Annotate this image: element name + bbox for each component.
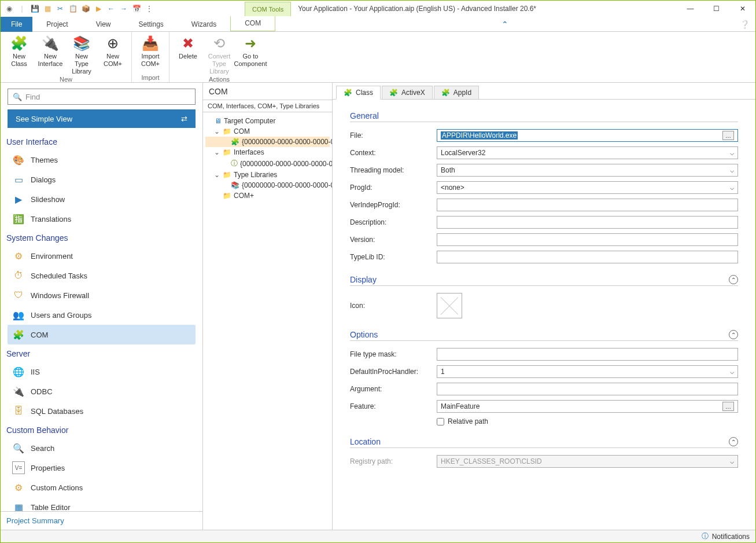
- sidebar-item-slideshow[interactable]: ▶Slideshow: [8, 189, 196, 209]
- tree-typelib-guid[interactable]: ⌄📚{00000000-0000-0000-0000-000000000000}: [205, 180, 330, 190]
- menu-settings[interactable]: Settings: [125, 17, 178, 32]
- tree-interface-guid[interactable]: ⌄ⓘ{00000000-0000-0000-0000-000000000000}: [205, 157, 330, 170]
- relative-path-checkbox[interactable]: Relative path: [437, 417, 488, 425]
- close-button[interactable]: ✕: [729, 1, 755, 17]
- convert-typelib-button: ⟲Convert Type Library: [205, 34, 233, 76]
- new-complus-button[interactable]: ⊕New COM+: [99, 34, 127, 76]
- file-browse-button[interactable]: …: [722, 131, 734, 140]
- sidebar-item-environment[interactable]: ⚙Environment: [8, 246, 196, 266]
- menu-com[interactable]: COM: [230, 16, 275, 31]
- details-tabs: 🧩Class 🧩ActiveX 🧩AppId: [333, 83, 755, 100]
- simple-view-button[interactable]: See Simple View⇄: [8, 109, 196, 128]
- sidebar-item-odbc[interactable]: 🔌ODBC: [8, 381, 196, 401]
- category-server: Server: [5, 344, 198, 362]
- app-icon: ◉: [4, 3, 14, 14]
- file-field[interactable]: APPDIR\HelloWorld.exe…: [437, 129, 738, 142]
- sidebar-item-dialogs[interactable]: ▭Dialogs: [8, 170, 196, 189]
- qat-dropdown-icon[interactable]: ⋮: [144, 3, 154, 14]
- sidebar-item-users-groups[interactable]: 👥Users and Groups: [8, 305, 196, 325]
- notifications-label[interactable]: Notifications: [712, 533, 750, 541]
- calendar-icon[interactable]: 📅: [131, 3, 142, 14]
- ribbon-collapse-icon[interactable]: ⌃: [501, 20, 514, 29]
- menu-view[interactable]: View: [82, 17, 125, 32]
- file-label: File:: [350, 131, 437, 140]
- maximize-button[interactable]: ☐: [703, 1, 729, 17]
- import-complus-button[interactable]: 📥Import COM+: [137, 34, 164, 74]
- class-tab-icon: 🧩: [344, 89, 352, 97]
- menu-file[interactable]: File: [1, 17, 32, 32]
- new-interface-button[interactable]: 🔌New Interface: [36, 34, 64, 76]
- new-type-library-button[interactable]: 📚New Type Library: [68, 34, 95, 76]
- diph-dropdown[interactable]: 1: [437, 365, 738, 378]
- themes-icon: 🎨: [12, 153, 25, 166]
- back-icon[interactable]: ←: [106, 3, 116, 14]
- icon-placeholder[interactable]: [437, 293, 462, 318]
- sidebar-item-properties[interactable]: V=Properties: [8, 458, 196, 478]
- tree-typelibs[interactable]: ⌄📁Type Libraries: [205, 170, 330, 180]
- new-class-button[interactable]: 🧩New Class: [5, 34, 33, 76]
- ribbon-group-actions: ✖Delete ⟲Convert Type Library ➜Go to Com…: [169, 32, 269, 82]
- save-icon[interactable]: 💾: [29, 3, 40, 14]
- com-icon: 🧩: [12, 328, 25, 341]
- run-icon[interactable]: ▶: [93, 3, 104, 14]
- minimize-button[interactable]: —: [677, 1, 703, 17]
- grid-icon[interactable]: ▦: [42, 3, 53, 14]
- collapse-icon[interactable]: ⌃: [729, 275, 738, 284]
- tab-class[interactable]: 🧩Class: [336, 86, 381, 100]
- sidebar-item-iis[interactable]: 🌐IIS: [8, 362, 196, 381]
- category-user-interface: User Interface: [5, 133, 198, 150]
- threading-dropdown[interactable]: Both: [437, 164, 738, 177]
- description-field[interactable]: [437, 216, 738, 229]
- help-icon[interactable]: ❔: [740, 20, 755, 29]
- complus-icon: ⊕: [104, 34, 122, 53]
- ftmask-field[interactable]: [437, 348, 738, 361]
- verindep-field[interactable]: [437, 199, 738, 211]
- tree-complus[interactable]: ⌄📁COM+: [205, 190, 330, 201]
- tree-target-computer[interactable]: ⌄🖥Target Computer: [205, 116, 330, 126]
- argument-field[interactable]: [437, 383, 738, 395]
- paste-icon[interactable]: 📋: [68, 3, 78, 14]
- notification-icon[interactable]: ⓘ: [702, 531, 709, 541]
- sidebar-item-scheduled-tasks[interactable]: ⏱Scheduled Tasks: [8, 266, 196, 285]
- sidebar-item-themes[interactable]: 🎨Themes: [8, 150, 196, 170]
- package-icon[interactable]: 📦: [80, 3, 91, 14]
- typelibid-field[interactable]: [437, 251, 738, 263]
- sidebar-item-com[interactable]: 🧩COM: [8, 325, 196, 344]
- sidebar-item-search[interactable]: 🔍Search: [8, 438, 196, 458]
- window-title: Your Application - Your Application.aip …: [291, 5, 677, 13]
- tab-appid[interactable]: 🧩AppId: [434, 86, 479, 100]
- description-label: Description:: [350, 218, 437, 226]
- collapse-icon[interactable]: ⌃: [729, 437, 738, 446]
- import-icon: 📥: [141, 34, 160, 53]
- progid-dropdown[interactable]: <none>: [437, 181, 738, 194]
- menu-bar: File Project View Settings Wizards COM ⌃…: [1, 17, 755, 32]
- delete-button[interactable]: ✖Delete: [174, 34, 202, 76]
- menu-project[interactable]: Project: [32, 17, 82, 32]
- collapse-icon[interactable]: ⌃: [729, 330, 738, 339]
- find-input[interactable]: 🔍Find: [8, 89, 196, 105]
- section-location: Location⌃: [350, 437, 738, 448]
- cut-icon[interactable]: ✂: [55, 3, 65, 14]
- sidebar-item-translations[interactable]: 🈯Translations: [8, 209, 196, 229]
- feature-field[interactable]: MainFeature…: [437, 400, 738, 413]
- forward-icon[interactable]: →: [119, 3, 129, 14]
- verindep-label: VerIndepProgId:: [350, 201, 437, 209]
- relative-path-input[interactable]: [437, 418, 444, 425]
- project-summary-link[interactable]: Project Summary: [1, 511, 202, 530]
- ribbon-group-import-label: Import: [137, 74, 164, 81]
- menu-wizards[interactable]: Wizards: [178, 17, 230, 32]
- com-tree[interactable]: ⌄🖥Target Computer ⌄📁COM ⌄🧩{00000000-0000…: [203, 112, 332, 204]
- sidebar-item-firewall[interactable]: 🛡Windows Firewall: [8, 285, 196, 305]
- version-field[interactable]: [437, 233, 738, 246]
- feature-browse-button[interactable]: …: [722, 402, 734, 411]
- folder-icon: 📁: [223, 148, 231, 156]
- tab-activex[interactable]: 🧩ActiveX: [382, 86, 433, 100]
- tree-com[interactable]: ⌄📁COM: [205, 126, 330, 137]
- sidebar-item-custom-actions[interactable]: ⚙Custom Actions: [8, 478, 196, 497]
- sidebar-item-sql[interactable]: 🗄SQL Databases: [8, 401, 196, 421]
- tree-com-guid[interactable]: ⌄🧩{00000000-0000-0000-0000-000000000000}: [205, 137, 330, 147]
- context-dropdown[interactable]: LocalServer32: [437, 146, 738, 159]
- tree-interfaces[interactable]: ⌄📁Interfaces: [205, 147, 330, 157]
- details-panel: 🧩Class 🧩ActiveX 🧩AppId General File: APP…: [333, 83, 755, 530]
- goto-component-button[interactable]: ➜Go to Component: [237, 34, 264, 76]
